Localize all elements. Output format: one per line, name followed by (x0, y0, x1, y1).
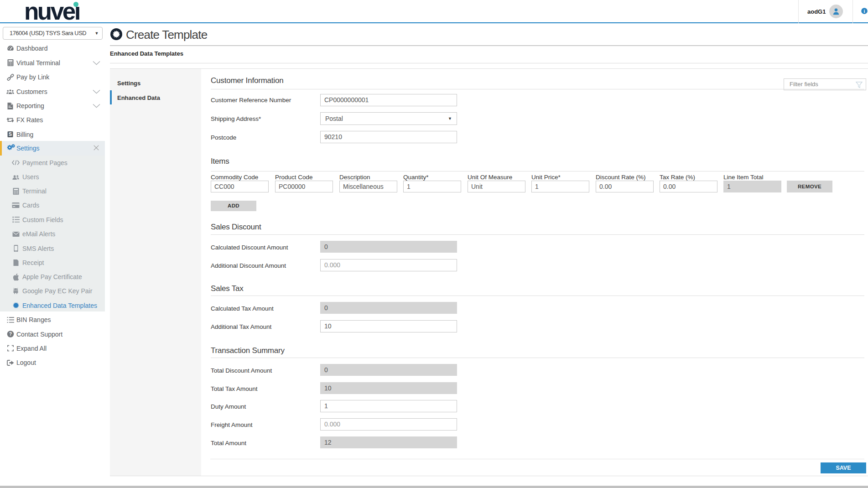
svg-text:i: i (864, 9, 865, 14)
svg-text:S: S (9, 131, 12, 137)
svg-text:?: ? (9, 332, 11, 337)
